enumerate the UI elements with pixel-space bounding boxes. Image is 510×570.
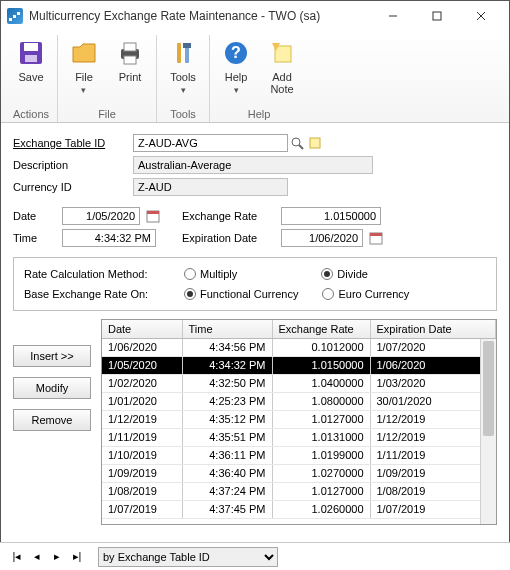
- nav-next-icon[interactable]: ▸: [48, 550, 66, 563]
- table-row[interactable]: 1/12/20194:35:12 PM1.01270001/12/2019: [102, 410, 496, 428]
- base-on-label: Base Exchange Rate On:: [24, 288, 184, 300]
- title-bar: Multicurrency Exchange Rate Maintenance …: [1, 1, 509, 31]
- nav-first-icon[interactable]: |◂: [8, 550, 26, 563]
- help-button[interactable]: ? Help▾: [216, 35, 256, 98]
- svg-text:?: ?: [231, 44, 241, 61]
- ribbon-group-help: Help: [248, 108, 271, 122]
- calendar-icon[interactable]: [144, 207, 162, 225]
- add-note-icon: [266, 37, 298, 69]
- folder-icon: [68, 37, 100, 69]
- chevron-down-icon: ▾: [181, 85, 186, 95]
- divide-radio[interactable]: Divide: [321, 268, 368, 280]
- minimize-button[interactable]: [371, 2, 415, 30]
- maximize-button[interactable]: [415, 2, 459, 30]
- exchange-rate-label: Exchange Rate: [182, 210, 277, 222]
- svg-rect-1: [433, 12, 441, 20]
- euro-radio[interactable]: Euro Currency: [322, 288, 409, 300]
- svg-line-17: [299, 145, 303, 149]
- euro-label: Euro Currency: [338, 288, 409, 300]
- currency-id-label: Currency ID: [13, 181, 133, 193]
- table-row[interactable]: 1/08/20194:37:24 PM1.01270001/08/2019: [102, 482, 496, 500]
- svg-rect-6: [25, 55, 37, 62]
- description-field: Australian-Average: [133, 156, 373, 174]
- functional-label: Functional Currency: [200, 288, 298, 300]
- col-date[interactable]: Date: [102, 320, 182, 338]
- calendar-icon[interactable]: [367, 229, 385, 247]
- expiration-date-label: Expiration Date: [182, 232, 277, 244]
- nav-prev-icon[interactable]: ◂: [28, 550, 46, 563]
- printer-icon: [114, 37, 146, 69]
- nav-last-icon[interactable]: ▸|: [68, 550, 86, 563]
- svg-rect-9: [124, 56, 136, 64]
- options-group: Rate Calculation Method: Multiply Divide…: [13, 257, 497, 311]
- svg-rect-12: [183, 43, 191, 48]
- table-row[interactable]: 1/02/20204:32:50 PM1.04000001/03/2020: [102, 374, 496, 392]
- sort-by-select[interactable]: by Exchange Table ID: [98, 547, 278, 567]
- exchange-table-id-label[interactable]: Exchange Table ID: [13, 137, 105, 149]
- remove-button[interactable]: Remove: [13, 409, 91, 431]
- add-note-button[interactable]: Add Note: [262, 35, 302, 98]
- ribbon-group-actions: Actions: [13, 108, 49, 122]
- svg-rect-8: [124, 43, 136, 51]
- ribbon-toolbar: Save Actions File▾ Print File: [1, 31, 509, 123]
- window-title: Multicurrency Exchange Rate Maintenance …: [29, 9, 371, 23]
- table-row[interactable]: 1/05/20204:34:32 PM1.01500001/06/2020: [102, 356, 496, 374]
- exchange-rate-field[interactable]: 1.0150000: [281, 207, 381, 225]
- col-time[interactable]: Time: [182, 320, 272, 338]
- divide-label: Divide: [337, 268, 368, 280]
- date-label: Date: [13, 210, 58, 222]
- print-button[interactable]: Print: [110, 35, 150, 98]
- time-label: Time: [13, 232, 58, 244]
- tools-button[interactable]: Tools▾: [163, 35, 203, 98]
- file-label: File: [75, 71, 93, 83]
- multiply-radio[interactable]: Multiply: [184, 268, 237, 280]
- col-rate[interactable]: Exchange Rate: [272, 320, 370, 338]
- close-button[interactable]: [459, 2, 503, 30]
- table-row[interactable]: 1/10/20194:36:11 PM1.01990001/11/2019: [102, 446, 496, 464]
- form-area: Exchange Table ID Z-AUD-AVG Description …: [1, 123, 509, 253]
- footer-nav: |◂ ◂ ▸ ▸| by Exchange Table ID: [0, 542, 510, 570]
- svg-rect-18: [310, 138, 320, 148]
- date-field[interactable]: 1/05/2020: [62, 207, 140, 225]
- svg-rect-20: [147, 211, 159, 214]
- print-label: Print: [119, 71, 142, 83]
- currency-id-field: Z-AUD: [133, 178, 288, 196]
- functional-radio[interactable]: Functional Currency: [184, 288, 298, 300]
- add-note-label: Add Note: [270, 71, 293, 95]
- table-row[interactable]: 1/01/20204:25:23 PM1.080000030/01/2020: [102, 392, 496, 410]
- svg-rect-5: [24, 43, 38, 51]
- svg-rect-15: [275, 46, 291, 62]
- svg-rect-22: [370, 233, 382, 236]
- expiration-date-field[interactable]: 1/06/2020: [281, 229, 363, 247]
- chevron-down-icon: ▾: [81, 85, 86, 95]
- multiply-label: Multiply: [200, 268, 237, 280]
- svg-point-16: [292, 138, 300, 146]
- lookup-icon[interactable]: [288, 134, 306, 152]
- time-field[interactable]: 4:34:32 PM: [62, 229, 156, 247]
- file-button[interactable]: File▾: [64, 35, 104, 98]
- col-exp[interactable]: Expiration Date: [370, 320, 496, 338]
- table-row[interactable]: 1/11/20194:35:51 PM1.01310001/12/2019: [102, 428, 496, 446]
- modify-button[interactable]: Modify: [13, 377, 91, 399]
- save-button[interactable]: Save: [11, 35, 51, 85]
- help-icon: ?: [220, 37, 252, 69]
- save-label: Save: [18, 71, 43, 83]
- save-icon: [15, 37, 47, 69]
- insert-button[interactable]: Insert >>: [13, 345, 91, 367]
- table-scrollbar[interactable]: [480, 339, 496, 524]
- grid-section: Insert >> Modify Remove Date Time Exchan…: [1, 319, 509, 525]
- rates-table[interactable]: Date Time Exchange Rate Expiration Date …: [101, 319, 497, 525]
- ribbon-group-tools: Tools: [170, 108, 196, 122]
- table-row[interactable]: 1/06/20204:34:56 PM0.10120001/07/2020: [102, 338, 496, 356]
- svg-rect-10: [177, 43, 181, 63]
- help-label: Help: [225, 71, 248, 83]
- exchange-table-id-field[interactable]: Z-AUD-AVG: [133, 134, 288, 152]
- note-icon[interactable]: [306, 134, 324, 152]
- table-row[interactable]: 1/07/20194:37:45 PM1.02600001/07/2019: [102, 500, 496, 518]
- app-icon: [7, 8, 23, 24]
- table-row[interactable]: 1/09/20194:36:40 PM1.02700001/09/2019: [102, 464, 496, 482]
- calc-method-label: Rate Calculation Method:: [24, 268, 184, 280]
- chevron-down-icon: ▾: [234, 85, 239, 95]
- tools-label: Tools: [170, 71, 196, 83]
- tools-icon: [167, 37, 199, 69]
